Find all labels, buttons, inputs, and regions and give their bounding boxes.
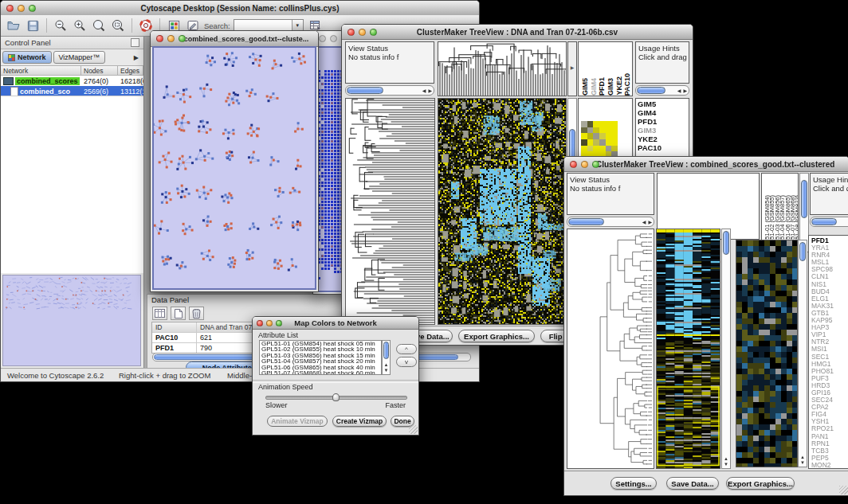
map-colors-dialog: Map Colors to Network Attribute List GPL… [252,316,419,436]
move-up-button[interactable]: ^ [396,344,417,354]
create-attribute-button[interactable] [171,307,186,320]
main-titlebar[interactable]: Cytoscape Desktop (Session Name: collins… [1,1,479,16]
zoom-heatmap-panel[interactable] [736,240,798,467]
scrollbar-arrows[interactable]: ▲▼ [722,456,730,467]
close-button[interactable] [319,35,326,42]
scrollbar-thumb[interactable] [811,218,837,225]
delete-attribute-button[interactable] [189,307,204,320]
toolbar-separator [132,18,132,33]
scrollbar-thumb[interactable] [637,87,665,94]
zoom-fit-button[interactable] [91,18,107,33]
resize-grip[interactable] [409,425,418,434]
faster-label: Faster [385,401,406,409]
expression-heatmap[interactable] [438,99,566,324]
zoom-selected-button[interactable] [110,18,126,33]
animation-speed-slider[interactable] [265,396,407,400]
network1-canvas[interactable] [152,46,316,290]
slider-thumb[interactable] [332,393,340,401]
zoom-matrix[interactable] [581,121,618,158]
matrix-cell [593,146,599,152]
global-heatmap-panel[interactable] [656,229,720,469]
heatmap-panel[interactable] [438,98,567,325]
network-graph[interactable] [154,48,313,287]
matrix-cell [593,133,599,139]
minimize-button[interactable] [18,5,25,12]
scrollbar-arrows[interactable]: ◀▶ [422,86,432,95]
hints-hscrollbar[interactable]: ◀▶ [635,85,689,96]
global-vscrollbar[interactable]: ▲▼ [721,229,731,469]
scrollbar-arrows[interactable]: ◀▶ [677,86,687,95]
attribute-list-vscrollbar[interactable]: ▲▼ [382,340,391,375]
tab-network[interactable]: Network [2,51,52,64]
zoom-in-button[interactable] [72,18,88,33]
minimize-button[interactable] [581,161,588,168]
global-expression-heatmap[interactable] [657,229,720,468]
close-button[interactable] [156,35,163,42]
open-session-button[interactable] [6,18,22,33]
minimize-button[interactable] [359,29,366,36]
column-dendrogram[interactable] [438,42,566,96]
matrix-cell [587,139,594,146]
resize-grip[interactable] [839,486,848,494]
move-down-button[interactable]: v [396,357,417,367]
close-button[interactable] [257,320,263,326]
dialog-titlebar[interactable]: Map Colors to Network [253,317,418,330]
expand-arrow-icon: ▶ [568,64,576,70]
animate-vizmap-button[interactable]: Animate Vizmap [267,416,328,427]
slower-label: Slower [265,401,288,409]
scrollbar-thumb[interactable] [568,218,604,225]
row-dendrogram[interactable] [567,229,654,468]
tab-vizmapper[interactable]: VizMapper™ [53,51,106,64]
scrollbar-thumb[interactable] [801,180,807,218]
settings-button[interactable]: Settings... [610,477,657,490]
more-tabs-arrow[interactable]: ▶ [131,54,142,61]
scrollbar-arrows[interactable]: ◀▶ [642,217,652,226]
attribute-list-item[interactable]: GPL51-07 (GSM868) heat shock 60 min [261,370,381,375]
zoom-vscrollbar[interactable]: ▲▼ [798,240,807,467]
save-data-button[interactable]: Save Data... [666,477,719,490]
scrollbar-arrows[interactable]: ▲▼ [383,362,390,373]
zoom-button[interactable] [29,5,36,12]
save-icon [27,20,39,32]
zoom-expression-heatmap[interactable] [736,240,797,467]
zoom-button[interactable] [592,161,599,168]
hints-hscrollbar[interactable] [810,217,848,227]
zoom-button[interactable] [179,35,186,42]
row-dendrogram-panel[interactable] [345,98,435,325]
close-button[interactable] [347,29,355,36]
save-session-button[interactable] [25,18,41,33]
scrollbar-arrows[interactable]: ▲▼ [799,455,807,466]
close-button[interactable] [570,161,577,168]
float-panel-icon[interactable] [131,38,139,47]
pane-divider[interactable]: ▶ [567,41,577,96]
attribute-list[interactable]: GPL51-01 (GSM854) heat shock 05 minGPL51… [259,340,382,375]
animation-speed-label: Animation Speed [258,383,313,391]
minimize-button[interactable] [266,320,273,326]
treeview2-titlebar[interactable]: ClusterMaker TreeView : combined_scores_… [564,157,848,172]
create-vizmap-button[interactable]: Create Vizmap [332,416,387,427]
treeview1-titlebar[interactable]: ClusterMaker TreeView : DNA and Tran 07-… [342,25,693,40]
export-graphics-button[interactable]: Export Graphics... [726,477,795,490]
scrollbar-thumb[interactable] [799,242,806,261]
status-hscrollbar[interactable]: ◀▶ [345,85,434,96]
scrollbar-thumb[interactable] [723,231,729,255]
zoom-button[interactable] [370,29,377,36]
network-overview-thumbnail[interactable] [3,275,139,314]
status-hscrollbar[interactable]: ◀▶ [567,217,654,227]
matrix-cell [606,121,612,127]
row-dendrogram-panel[interactable] [567,229,654,469]
column-dendrogram-panel[interactable] [438,41,567,96]
select-attributes-button[interactable] [152,307,167,320]
minimize-button[interactable] [167,35,175,42]
close-button[interactable] [6,5,14,12]
zoom-out-button[interactable] [53,18,69,33]
export-graphics-button[interactable]: Export Graphics... [458,330,535,342]
minimize-button[interactable] [330,35,337,42]
zoom-button[interactable] [276,320,282,326]
network-row-combined-scores[interactable]: combined_scores 2764(0) 16218(0) [1,76,143,86]
scrollbar-thumb[interactable] [347,87,383,94]
row-dendrogram[interactable] [346,99,434,324]
network1-titlebar[interactable]: combined_scores_good.txt--cluste... [151,31,318,47]
network-overview-panel[interactable] [2,275,141,366]
scrollbar-thumb[interactable] [383,342,389,359]
